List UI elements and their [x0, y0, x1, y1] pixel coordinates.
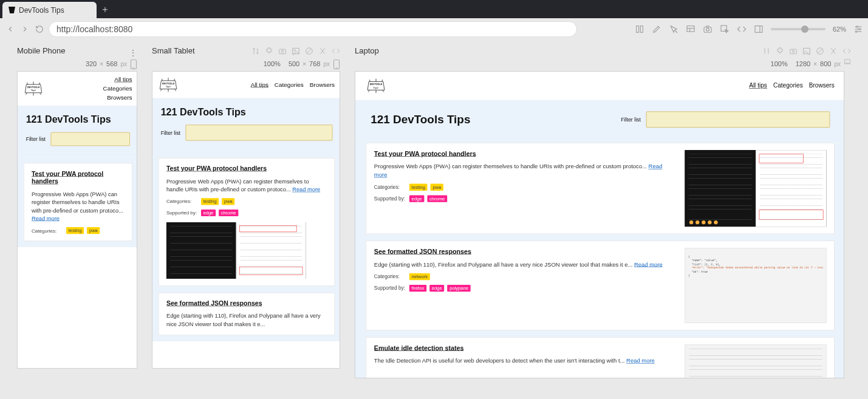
sync-scroll-icon[interactable]: [762, 47, 771, 55]
site-logo[interactable]: DEVTOOLSTips!: [24, 80, 43, 98]
tools-icon[interactable]: [318, 47, 327, 55]
tip-title[interactable]: See formatted JSON responses: [374, 248, 675, 256]
svg-line-35: [162, 79, 162, 81]
tip-title[interactable]: Emulate idle detection states: [374, 344, 675, 352]
disable-icon[interactable]: [305, 47, 313, 55]
tip-card: See formatted JSON responses Edge (start…: [366, 240, 835, 330]
tip-title[interactable]: Test your PWA protocol handlers: [166, 165, 327, 172]
tip-card: See formatted JSON responses Edge (start…: [159, 293, 335, 335]
tag[interactable]: polypane: [447, 285, 470, 292]
tools-icon[interactable]: [829, 47, 838, 55]
tag[interactable]: network: [409, 273, 430, 280]
svg-rect-17: [131, 60, 137, 69]
tip-excerpt: The Idle Detection API is useful for web…: [374, 356, 675, 365]
sync-scroll-icon[interactable]: [251, 47, 260, 55]
filter-input[interactable]: [186, 124, 333, 140]
image-icon[interactable]: [292, 47, 300, 55]
tag[interactable]: firefox: [409, 285, 426, 292]
nav-browsers[interactable]: Browsers: [107, 94, 132, 101]
tag[interactable]: testing: [201, 198, 219, 205]
filter-label: Filter list: [161, 129, 180, 135]
sidepanel-icon[interactable]: [754, 24, 764, 34]
svg-line-50: [369, 80, 370, 81]
forward-button[interactable]: [19, 24, 30, 35]
read-more-link[interactable]: Read more: [32, 215, 60, 222]
camera-icon[interactable]: [703, 24, 713, 34]
layout-icon[interactable]: [686, 24, 695, 34]
pane-menu-icon[interactable]: ⋮: [129, 50, 137, 55]
inspect-icon[interactable]: [720, 24, 730, 34]
device-icon[interactable]: [844, 59, 851, 69]
reload-button[interactable]: [34, 24, 45, 35]
device-icon[interactable]: [130, 59, 137, 69]
camera-icon[interactable]: [278, 47, 287, 55]
read-more-link[interactable]: Read more: [292, 186, 320, 193]
svg-rect-1: [640, 26, 643, 33]
tag[interactable]: pwa: [431, 183, 443, 190]
tip-title[interactable]: Test your PWA protocol handlers: [32, 170, 125, 185]
read-more-link[interactable]: Read more: [634, 261, 663, 268]
camera-icon[interactable]: [789, 47, 798, 55]
cursor-disable-icon[interactable]: [669, 24, 678, 34]
image-icon[interactable]: [802, 47, 811, 55]
tip-excerpt: Edge (starting with 110), Firefox and Po…: [374, 261, 675, 269]
tag[interactable]: pwa: [222, 198, 234, 205]
new-tab-button[interactable]: +: [98, 2, 112, 17]
tip-card: Emulate idle detection states The Idle D…: [366, 337, 835, 378]
page-title: 121 DevTools Tips: [371, 113, 470, 126]
site-logo[interactable]: DEVTOOLSTips!: [366, 77, 386, 95]
nav-all-tips[interactable]: All tips: [114, 76, 132, 83]
settings-icon[interactable]: [853, 24, 863, 34]
nav-categories[interactable]: Categories: [103, 85, 132, 92]
tag[interactable]: pwa: [87, 227, 100, 234]
filter-input[interactable]: [646, 112, 830, 128]
tag[interactable]: edge: [429, 285, 444, 292]
tip-title[interactable]: Test your PWA protocol handlers: [374, 150, 675, 158]
disable-icon[interactable]: [816, 47, 824, 55]
site-logo[interactable]: DEVTOOLSTips!: [159, 76, 178, 94]
svg-rect-9: [755, 26, 762, 33]
svg-text:Tips!: Tips!: [31, 89, 36, 92]
viewport-mobile[interactable]: DEVTOOLSTips! All tips Categories Browse…: [17, 71, 137, 369]
pane-mobile: Mobile Phone ⋮ 320×568px DEVTOOLSTips! A…: [17, 45, 137, 369]
tip-excerpt: Progressive Web Apps (PWA) can register …: [32, 190, 125, 223]
svg-rect-33: [334, 60, 340, 69]
code-icon[interactable]: [737, 24, 747, 34]
back-button[interactable]: [5, 24, 16, 35]
pane-dimensions: 100% 1280×800px: [771, 59, 851, 69]
zoom-slider[interactable]: [771, 28, 825, 30]
url-input[interactable]: http://localhost:8080: [49, 21, 577, 37]
tag[interactable]: chrome: [427, 195, 447, 202]
tag[interactable]: edge: [409, 195, 424, 202]
svg-rect-0: [637, 26, 639, 33]
code-icon[interactable]: [332, 47, 340, 55]
nav-categories[interactable]: Categories: [773, 83, 803, 89]
tag[interactable]: testing: [409, 183, 428, 190]
tag[interactable]: edge: [201, 210, 216, 216]
edit-icon[interactable]: [652, 24, 661, 34]
nav-browsers[interactable]: Browsers: [310, 81, 335, 88]
svg-text:DEVTOOLS: DEVTOOLS: [370, 83, 383, 86]
tag[interactable]: chrome: [219, 210, 238, 216]
site-nav: All tips Categories Browsers: [749, 83, 835, 89]
extension-icon[interactable]: [265, 47, 273, 55]
filter-label: Filter list: [26, 136, 46, 142]
nav-all-tips[interactable]: All tips: [749, 83, 767, 89]
tip-title[interactable]: See formatted JSON responses: [166, 299, 327, 307]
device-icon[interactable]: [333, 59, 340, 69]
viewport-laptop[interactable]: DEVTOOLSTips! All tips Categories Browse…: [355, 71, 844, 378]
tag[interactable]: testing: [66, 227, 84, 234]
svg-text:Tips!: Tips!: [166, 85, 171, 88]
nav-all-tips[interactable]: All tips: [251, 81, 268, 88]
filter-input[interactable]: [51, 132, 130, 146]
extension-icon[interactable]: [776, 47, 784, 55]
nav-categories[interactable]: Categories: [275, 81, 304, 88]
nav-browsers[interactable]: Browsers: [809, 83, 835, 89]
svg-line-32: [307, 49, 312, 53]
viewport-tablet[interactable]: DEVTOOLSTips! All tips Categories Browse…: [152, 71, 340, 369]
read-more-link[interactable]: Read more: [626, 358, 655, 364]
svg-line-38: [160, 89, 162, 91]
browser-tab[interactable]: DevTools Tips: [2, 2, 97, 18]
panel-toggle-icon[interactable]: [635, 24, 644, 34]
code-icon[interactable]: [842, 47, 851, 55]
